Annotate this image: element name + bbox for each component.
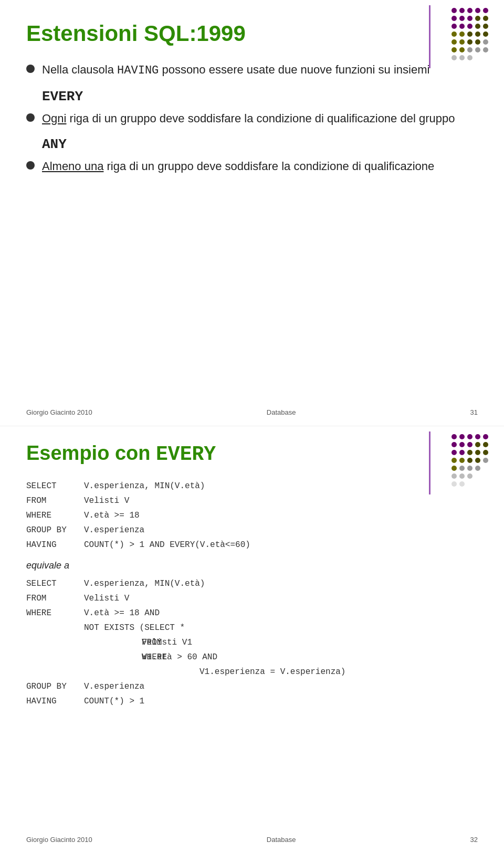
svg-point-38: [452, 442, 457, 447]
svg-point-23: [475, 39, 480, 45]
ogni-text: Ogni: [42, 112, 66, 125]
svg-point-24: [483, 39, 488, 45]
svg-point-16: [459, 31, 465, 37]
svg-point-59: [467, 473, 472, 479]
svg-point-17: [467, 31, 472, 37]
q2-where-kw: WHERE: [26, 606, 84, 620]
q2-from-kw: FROM: [26, 591, 84, 606]
q2-from2-kw: FROM: [84, 635, 142, 650]
svg-point-2: [467, 8, 472, 13]
svg-point-44: [459, 450, 465, 455]
q1-where-kw: WHERE: [26, 508, 84, 523]
having-keyword-1: HAVING: [117, 64, 159, 77]
slide-1: Estensioni SQL:1999 Nella clausola HAVIN…: [0, 0, 504, 426]
svg-point-61: [459, 481, 465, 487]
q2-where2-line2: V1.esperienza = V.esperienza): [84, 665, 478, 679]
q2-select-kw: SELECT: [26, 576, 84, 591]
svg-point-6: [459, 16, 465, 21]
svg-point-58: [459, 473, 465, 479]
svg-point-28: [475, 47, 480, 52]
svg-point-8: [475, 16, 480, 21]
svg-point-30: [452, 55, 457, 60]
q2-where2-val: V1.età > 60 AND: [142, 650, 478, 665]
svg-point-45: [467, 450, 472, 455]
svg-point-1: [459, 8, 465, 13]
svg-point-18: [475, 31, 480, 37]
slide-1-title: Estensioni SQL:1999: [26, 21, 478, 46]
svg-point-15: [452, 31, 457, 37]
q1-from-val: Velisti V: [84, 493, 478, 508]
footer-1-right: 31: [470, 408, 478, 416]
dot-decoration-1: [446, 5, 499, 65]
svg-point-50: [467, 458, 472, 463]
dot-grid-1: [446, 5, 499, 63]
svg-point-36: [475, 434, 480, 439]
bullet-item-1: Nella clausola HAVING possono essere usa…: [26, 62, 478, 79]
svg-point-20: [452, 39, 457, 45]
bullet-dot-3: [26, 161, 35, 170]
svg-point-43: [452, 450, 457, 455]
svg-point-53: [452, 466, 457, 471]
svg-point-47: [483, 450, 488, 455]
svg-point-40: [467, 442, 472, 447]
svg-point-11: [459, 24, 465, 29]
slide-1-footer: Giorgio Giacinto 2010 Database 31: [26, 408, 478, 416]
svg-point-13: [475, 24, 480, 29]
svg-point-3: [475, 8, 480, 13]
svg-point-27: [467, 47, 472, 52]
bullet-2-content: Ogni riga di un gruppo deve soddisfare l…: [42, 111, 478, 127]
slide-2-footer: Giorgio Giacinto 2010 Database 32: [26, 836, 478, 844]
q2-from2-val: Velisti V1: [142, 635, 478, 650]
svg-point-14: [483, 24, 488, 29]
page: Estensioni SQL:1999 Nella clausola HAVIN…: [0, 0, 504, 853]
svg-point-42: [483, 442, 488, 447]
svg-point-34: [459, 434, 465, 439]
svg-point-22: [467, 39, 472, 45]
svg-point-60: [452, 481, 457, 487]
bullet-item-2: Ogni riga di un gruppo deve soddisfare l…: [26, 111, 478, 127]
any-label: ANY: [42, 136, 478, 152]
svg-point-52: [483, 458, 488, 463]
svg-point-0: [452, 8, 457, 13]
svg-point-39: [459, 442, 465, 447]
vertical-line-2: [429, 431, 430, 494]
bullet-section-1: Nella clausola HAVING possono essere usa…: [26, 62, 478, 174]
svg-point-54: [459, 466, 465, 471]
svg-point-48: [452, 458, 457, 463]
q1-having-kw: HAVING: [26, 538, 84, 552]
bullet-dot-1: [26, 65, 35, 73]
svg-point-4: [483, 8, 488, 13]
dot-grid-2: [446, 431, 499, 489]
footer-1-center: Database: [267, 408, 296, 416]
query-1-block: SELECT V.esperienza, MIN(V.età) FROM Vel…: [26, 479, 478, 552]
equiv-label: equivale a: [26, 560, 478, 571]
q2-select-val: V.esperienza, MIN(V.età): [84, 576, 478, 591]
svg-point-9: [483, 16, 488, 21]
svg-point-51: [475, 458, 480, 463]
q2-where-val: V.età >= 18 AND: [84, 606, 478, 620]
q1-where-val: V.età >= 18: [84, 508, 478, 523]
svg-point-19: [483, 31, 488, 37]
q2-having-kw: HAVING: [26, 694, 84, 709]
footer-2-center: Database: [267, 836, 296, 844]
slide-2-title-normal: Esempio con: [26, 442, 156, 464]
slide-2-title-keyword: EVERY: [156, 443, 216, 466]
svg-point-5: [452, 16, 457, 21]
svg-point-41: [475, 442, 480, 447]
footer-1-left: Giorgio Giacinto 2010: [26, 408, 92, 416]
svg-point-31: [459, 55, 465, 60]
svg-point-26: [459, 47, 465, 52]
q1-select-val: V.esperienza, MIN(V.età): [84, 479, 478, 493]
svg-point-57: [452, 473, 457, 479]
svg-point-7: [467, 16, 472, 21]
q2-where2-kw: WHERE: [84, 650, 142, 665]
bullet-item-3: Almeno una riga di un gruppo deve soddis…: [26, 159, 478, 175]
almeno-text: Almeno una: [42, 160, 103, 173]
every-label: EVERY: [42, 89, 478, 104]
q1-from-kw: FROM: [26, 493, 84, 508]
svg-point-35: [467, 434, 472, 439]
svg-point-49: [459, 458, 465, 463]
svg-point-32: [467, 55, 472, 60]
q2-from-val: Velisti V: [84, 591, 478, 606]
q1-having-val: COUNT(*) > 1 AND EVERY(V.età<=60): [84, 538, 478, 552]
